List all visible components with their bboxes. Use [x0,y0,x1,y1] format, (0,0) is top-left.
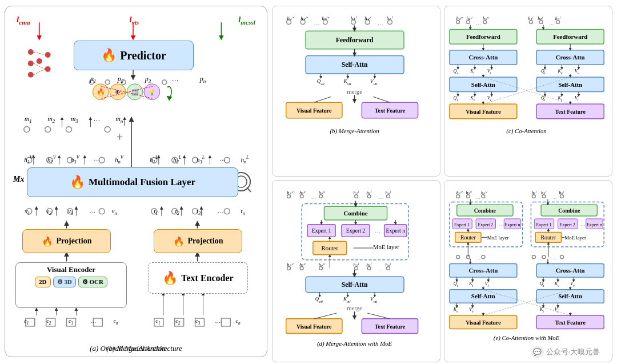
svg-text:🔤: 🔤 [131,89,139,96]
svg-line-42 [34,69,45,75]
svg-text:Qt: Qt [540,281,544,287]
svg-text:hₙᵛ: hₙᵛ [322,15,330,21]
svg-text:h₁ᵛ: h₁ᵛ [456,16,463,21]
loss-vts: lvts [130,15,139,26]
predictor-box: 🔥 Predictor [74,41,194,70]
svg-line-117 [314,97,331,102]
svg-text:Expert 2: Expert 2 [560,222,575,227]
svg-point-304 [560,255,564,259]
svg-text:…: … [552,195,557,200]
svg-text:Feedforward: Feedforward [336,36,374,44]
svg-line-40 [34,52,45,55]
svg-text:hₙᵛ: hₙᵛ [481,190,488,195]
c-labels-text: c1 c2 c3 … cn [148,318,248,326]
svg-text:Self-Attn: Self-Attn [342,61,368,69]
svg-point-39 [37,58,42,64]
svg-text:Text Feature: Text Feature [555,109,586,115]
svg-text:Expert 2: Expert 2 [478,222,493,227]
svg-text:hₙᵛ: hₙᵛ [483,16,490,21]
fire-icon-text: 🔥 [162,271,178,286]
svg-text:Vv: Vv [469,307,474,313]
svg-text:Vv: Vv [575,69,579,75]
svg-text:Feedforward: Feedforward [553,33,587,40]
svg-text:h₂ˡ: h₂ˡ [366,262,372,267]
svg-text:Kvtl: Kvtl [343,296,351,303]
svg-text:Feedforward: Feedforward [466,33,500,40]
svg-text:MoE layer: MoE layer [487,235,509,241]
svg-text:h₂ᵛ: h₂ᵛ [301,15,308,21]
svg-text:Combine: Combine [558,207,580,214]
svg-text:hₙᵛ: hₙᵛ [319,190,326,195]
svg-line-51 [101,86,153,99]
svg-text:Qv: Qv [454,95,459,102]
fire-icon-proj-left: 🔥 [42,236,53,247]
svg-line-249 [367,313,390,319]
svg-text:merge: merge [347,88,362,95]
svg-text:…: … [476,255,480,261]
left-caption-text: (a) Overall Model Architecture [5,344,267,353]
svg-text:Expert n: Expert n [587,222,602,227]
svg-text:💡: 💡 [149,89,156,96]
svg-text:h₁ˡ: h₁ˡ [531,190,537,195]
svg-text:Kv: Kv [554,281,559,287]
svg-text:Self-Attn: Self-Attn [558,81,582,88]
svg-text:hₙˡ: hₙˡ [386,262,391,267]
svg-text:Expert 1: Expert 1 [312,227,331,234]
svg-text:Qvtl: Qvtl [317,78,324,86]
loss-labels: lcma lvts lmcssl [11,15,261,26]
watermark: 💬 公众号·大嗅元兽 [531,346,600,358]
projection-right-label: Projection [188,237,223,246]
svg-line-32 [247,187,251,192]
svg-line-52 [101,86,153,99]
svg-text:h₁ˡ: h₁ˡ [528,16,534,21]
diagram-e: … h₁ᵛ h₂ᵛ hₙᵛ … h₁ˡ h₂ˡ hₙˡ Combin [444,180,612,362]
chip-ocr: ⚙ OCR [78,277,107,287]
svg-text:Router: Router [541,234,556,241]
svg-point-302 [542,255,546,259]
svg-text:…: … [476,20,481,26]
svg-point-56 [105,126,110,132]
loss-mcssl: lmcssl [238,15,255,26]
svg-point-36 [28,72,34,78]
diagram-c: … h₁ᵛ h₂ᵛ hₙᵛ … h₁ˡ h₂ˡ hₙˡ Feedforward [444,6,612,177]
svg-point-34 [28,49,34,55]
svg-point-47 [127,84,143,100]
svg-point-45 [110,84,126,100]
chip-3d: ⚙ 3D [53,277,76,287]
svg-text:Vv: Vv [570,281,575,287]
svg-text:Qvtl: Qvtl [315,296,323,303]
projection-right: 🔥 Projection [154,229,242,253]
loss-cma: lcma [17,15,30,26]
svg-text:Vv: Vv [487,95,492,102]
visual-encoder-title: Visual Encoder [47,265,95,274]
svg-text:(c) Co-Attention: (c) Co-Attention [506,127,546,135]
svg-point-38 [45,66,51,72]
t-labels: t1 t2 t3 … tn [145,207,254,216]
svg-text:Kt: Kt [470,69,474,75]
svg-text:Kt: Kt [558,95,562,102]
fire-icon-fusion: 🔥 [70,175,85,190]
watermark-text: 公众号·大嗅元兽 [546,347,600,357]
svg-text:MoE layer: MoE layer [564,235,586,241]
svg-text:Combine: Combine [474,207,496,214]
svg-text:(d) Merge-Attention with MoE: (d) Merge-Attention with MoE [317,340,392,347]
svg-point-37 [45,52,51,58]
svg-text:Vt: Vt [555,307,559,313]
svg-text:h₁ᵛ: h₁ᵛ [287,262,294,267]
svg-text:Kt: Kt [468,281,473,287]
p-labels: p1 p2 p3 … pn [79,75,217,84]
svg-text:…: … [580,221,586,227]
svg-text:…: … [375,227,380,234]
svg-text:hₙˡ: hₙˡ [559,190,565,195]
svg-text:Self-Attn: Self-Attn [471,81,495,88]
svg-text:…: … [311,266,316,271]
svg-text:Self-Attn: Self-Attn [471,293,495,299]
svg-text:👁: 👁 [115,89,121,95]
svg-point-297 [456,255,460,259]
svg-text:Visual Feature: Visual Feature [297,107,332,114]
svg-text:Text Feature: Text Feature [375,107,406,114]
diagram-d: … h₁ᵛ h₂ᵛ hₙᵛ … h₁ˡ h₂ˡ hₙˡ Combine [272,180,440,362]
right-panel: … h₁ᵛ h₂ᵛ hₙᵛ … h₁ˡ h₂ˡ hₙˡ Feedforward … [272,6,612,357]
m-labels: m1 m2 m3 … mn [17,115,131,124]
svg-text:Qt: Qt [541,69,546,75]
